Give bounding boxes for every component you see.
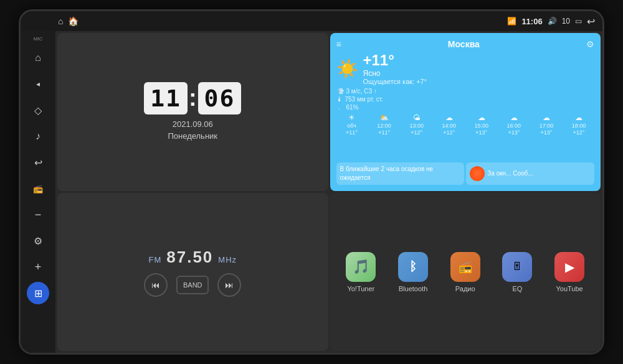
app-bluetooth[interactable]: ᛒ Bluetooth bbox=[398, 252, 428, 292]
radio-freq-display: FM 87.50 MHz bbox=[148, 248, 237, 267]
apps-widget: 🎵 Yo!Tuner ᛒ Bluetooth 📻 Радио 🎚 EQ ▶ bbox=[330, 193, 601, 351]
sidebar-vol-down-btn[interactable]: − bbox=[27, 203, 49, 226]
radio-app-label: Радио bbox=[455, 285, 475, 292]
mic-label: MIC bbox=[34, 36, 43, 42]
weather-img bbox=[470, 166, 485, 181]
wifi-icon: 📶 bbox=[507, 17, 516, 26]
forecast-item-2: 🌤 13:00 +12° bbox=[401, 113, 432, 136]
forecast-item-7: ☁ 18:00 +12° bbox=[563, 113, 594, 136]
sidebar-settings-btn[interactable]: ⚙ bbox=[27, 230, 49, 252]
clock-widget: 11 : 06 2021.09.06 Понедельник bbox=[57, 33, 328, 191]
weather-main: ☀️ +11° Ясно Ощущается как: +7° bbox=[336, 52, 595, 85]
weather-pressure-row: 🌡753 мм рт. ст. bbox=[336, 96, 595, 103]
sidebar: MIC ⌂ ◂ ◇ ♪ ↩ 📻 − ⚙ + ⊞ bbox=[21, 31, 55, 353]
status-bar: ⌂ 🏠 📶 11:06 🔊 10 ▭ ↩ bbox=[21, 11, 602, 31]
eq-label: EQ bbox=[512, 285, 522, 292]
weather-sun-icon: ☀️ bbox=[336, 58, 358, 79]
clock-hour: 11 bbox=[144, 82, 188, 114]
status-right: 📶 11:06 🔊 10 ▭ ↩ bbox=[507, 16, 595, 27]
radio-widget: FM 87.50 MHz ⏮ BAND ⏭ bbox=[57, 193, 328, 351]
yotuner-icon: 🎵 bbox=[346, 252, 376, 282]
clock-colon: : bbox=[189, 85, 197, 111]
home-nav-icon[interactable]: ⌂ bbox=[58, 16, 63, 26]
sidebar-back-btn[interactable]: ↩ bbox=[27, 151, 49, 174]
sidebar-music-btn[interactable]: ♪ bbox=[27, 125, 49, 147]
weather-feels-like: Ощущается как: +7° bbox=[363, 78, 427, 85]
forecast-item-1: ⛅ 12:00 +11° bbox=[369, 113, 400, 136]
back-icon[interactable]: ↩ bbox=[587, 16, 595, 27]
youtube-label: YouTube bbox=[556, 285, 583, 292]
radio-controls: ⏮ BAND ⏭ bbox=[144, 273, 241, 297]
weather-forecast-row: ☀ обч +11° ⛅ 12:00 +11° 🌤 13:00 +12° bbox=[336, 113, 595, 136]
clock-date: 2021.09.06 Понедельник bbox=[168, 118, 217, 142]
radio-prev-btn[interactable]: ⏮ bbox=[144, 273, 168, 297]
weather-humidity-row: 💧61% bbox=[336, 104, 595, 111]
weather-header: ≡ Москва ⚙ bbox=[336, 39, 595, 49]
volume-level: 10 bbox=[562, 17, 570, 26]
yotuner-label: Yo!Tuner bbox=[347, 285, 374, 292]
radio-band-label: FM bbox=[148, 255, 161, 264]
weather-gear-icon[interactable]: ⚙ bbox=[586, 39, 594, 49]
weather-city: Москва bbox=[341, 39, 586, 49]
youtube-icon: ▶ bbox=[554, 252, 584, 282]
radio-app-icon: 📻 bbox=[450, 252, 480, 282]
forecast-item-3: ☁ 14:00 +12° bbox=[434, 113, 465, 136]
weather-condition: Ясно bbox=[363, 69, 427, 78]
nav-icons-top: ⌂ 🏠 bbox=[58, 16, 78, 26]
sidebar-home-btn[interactable]: ⌂ bbox=[27, 47, 49, 69]
sidebar-vol-up-btn[interactable]: + bbox=[27, 256, 49, 278]
radio-unit: MHz bbox=[218, 255, 237, 264]
clock-minute: 06 bbox=[198, 82, 242, 114]
app-youtube[interactable]: ▶ YouTube bbox=[554, 252, 584, 292]
weather-wind-row: 💨3 м/с, СЗ ↑ bbox=[336, 88, 595, 95]
weather-temp-desc: +11° Ясно Ощущается как: +7° bbox=[363, 52, 427, 85]
weather-alert-2: За окн... Сооб... bbox=[466, 162, 594, 185]
clock-time-display: 11 : 06 bbox=[144, 82, 241, 114]
forecast-item-0: ☀ обч +11° bbox=[336, 113, 368, 136]
main-area: MIC ⌂ ◂ ◇ ♪ ↩ 📻 − ⚙ + ⊞ 11 : 06 2021.09.… bbox=[21, 31, 602, 353]
bluetooth-label: Bluetooth bbox=[399, 285, 427, 292]
bluetooth-icon: ᛒ bbox=[398, 252, 428, 282]
app-radio[interactable]: 📻 Радио bbox=[450, 252, 480, 292]
content-grid: 11 : 06 2021.09.06 Понедельник ≡ Москва … bbox=[55, 31, 602, 353]
weather-menu-icon[interactable]: ≡ bbox=[336, 39, 341, 49]
radio-next-btn[interactable]: ⏭ bbox=[217, 273, 241, 297]
weather-alert-1: В ближайшие 2 часа осадков не ожидается bbox=[336, 162, 465, 185]
battery-icon: ▭ bbox=[575, 17, 582, 26]
app-eq[interactable]: 🎚 EQ bbox=[502, 252, 532, 292]
weather-widget: ≡ Москва ⚙ ☀️ +11° Ясно Ощущается как: +… bbox=[330, 33, 601, 191]
sidebar-radio-btn[interactable]: 📻 bbox=[27, 177, 49, 200]
sidebar-nav-btn[interactable]: ◂ bbox=[27, 73, 49, 95]
forecast-item-4: ☁ 15:00 +13° bbox=[466, 113, 497, 136]
device-frame: ⌂ 🏠 📶 11:06 🔊 10 ▭ ↩ MIC ⌂ ◂ ◇ ♪ ↩ 📻 − ⚙… bbox=[19, 9, 604, 355]
status-time: 11:06 bbox=[521, 17, 542, 26]
weather-stats: 💨3 м/с, СЗ ↑ 🌡753 мм рт. ст. 💧61% bbox=[336, 88, 595, 111]
forecast-item-5: ☁ 16:00 +13° bbox=[498, 113, 530, 136]
sidebar-apps-btn[interactable]: ⊞ bbox=[27, 282, 49, 304]
weather-footer: В ближайшие 2 часа осадков не ожидается … bbox=[336, 162, 595, 185]
launcher-icon[interactable]: 🏠 bbox=[68, 16, 78, 26]
app-yotuner[interactable]: 🎵 Yo!Tuner bbox=[346, 252, 376, 292]
sidebar-android-btn[interactable]: ◇ bbox=[27, 99, 49, 121]
radio-band-btn[interactable]: BAND bbox=[176, 276, 209, 294]
radio-frequency: 87.50 bbox=[166, 248, 213, 267]
forecast-item-6: ☁ 17:00 +13° bbox=[531, 113, 562, 136]
eq-icon: 🎚 bbox=[502, 252, 532, 282]
weather-temperature: +11° bbox=[363, 52, 427, 69]
volume-icon: 🔊 bbox=[548, 17, 557, 26]
